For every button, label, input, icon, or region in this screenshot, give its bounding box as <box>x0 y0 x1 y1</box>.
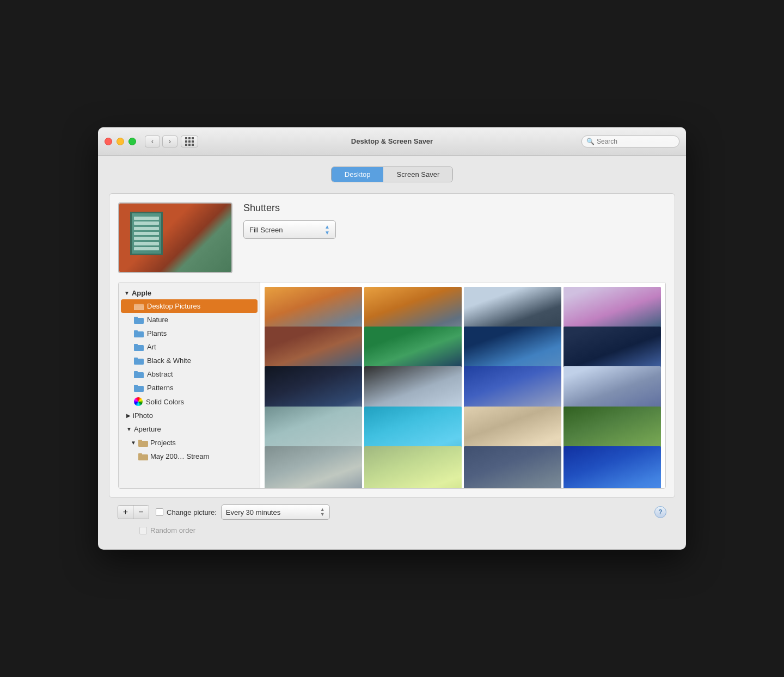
sidebar-projects-label: Projects <box>150 439 176 447</box>
sidebar-apple-label: Apple <box>132 289 151 297</box>
shutter-graphic <box>130 212 163 255</box>
fill-mode-dropdown[interactable]: Fill Screen ▲▼ <box>243 220 336 239</box>
sidebar-item-may-stream[interactable]: May 200… Stream <box>119 450 260 463</box>
minimize-button[interactable] <box>117 138 124 145</box>
svg-rect-18 <box>138 453 142 456</box>
sidebar-item-black-white[interactable]: Black & White <box>119 354 260 367</box>
remove-button[interactable]: − <box>133 506 149 519</box>
tab-bar: Desktop Screen Saver <box>109 167 675 182</box>
search-input[interactable] <box>597 138 675 145</box>
sidebar-section-aperture[interactable]: ▼ Aperture <box>119 422 260 436</box>
folder-art-icon <box>134 343 144 351</box>
preview-info: Shutters Fill Screen ▲▼ <box>243 202 336 239</box>
sidebar: ▼ Apple Desktop Pictures Nature Plants <box>119 282 260 488</box>
sidebar-item-patterns[interactable]: Patterns <box>119 381 260 395</box>
sidebar-section-iphoto[interactable]: ▶ iPhoto <box>119 409 260 422</box>
random-order-checkbox[interactable] <box>139 527 147 534</box>
folder-stream-icon <box>138 453 148 460</box>
photo-thumb[interactable] <box>464 446 561 488</box>
grid-view-button[interactable] <box>181 136 198 147</box>
photos-grid <box>260 282 665 488</box>
forward-button[interactable]: › <box>162 136 177 147</box>
color-ball-icon <box>134 397 143 406</box>
content-area: Desktop Screen Saver <box>98 156 686 550</box>
bottom-bar: + − Change picture: Every 30 minutes ▲▼ … <box>109 498 675 526</box>
folder-icon <box>134 303 144 310</box>
random-order-label: Random order <box>150 526 195 534</box>
nav-buttons: ‹ › <box>145 136 177 147</box>
maximize-button[interactable] <box>128 138 136 145</box>
sidebar-may-stream-label: May 200… Stream <box>150 452 209 460</box>
svg-rect-2 <box>134 305 144 310</box>
projects-arrow-icon: ▼ <box>131 440 136 446</box>
sidebar-art-label: Art <box>147 343 156 351</box>
iphoto-arrow-icon: ▶ <box>126 413 131 418</box>
help-button[interactable]: ? <box>654 506 666 518</box>
fill-mode-label: Fill Screen <box>249 226 283 234</box>
sidebar-item-desktop-pictures[interactable]: Desktop Pictures <box>121 299 258 313</box>
change-picture-row: Change picture: Every 30 minutes ▲▼ <box>156 504 648 520</box>
interval-arrows-icon: ▲▼ <box>320 507 325 517</box>
tab-group: Desktop Screen Saver <box>331 167 453 182</box>
sidebar-item-projects[interactable]: ▼ Projects <box>119 436 260 450</box>
change-picture-checkbox-wrap: Change picture: <box>156 508 217 516</box>
sidebar-item-solid-colors[interactable]: Solid Colors <box>119 395 260 409</box>
sidebar-item-plants[interactable]: Plants <box>119 327 260 340</box>
photo-thumb[interactable] <box>265 446 362 488</box>
sidebar-black-white-label: Black & White <box>147 356 191 365</box>
split-panel: ▼ Apple Desktop Pictures Nature Plants <box>118 282 666 489</box>
sidebar-abstract-label: Abstract <box>147 370 173 378</box>
sidebar-item-nature[interactable]: Nature <box>119 313 260 327</box>
grid-dots-icon <box>185 137 194 146</box>
main-panel: Shutters Fill Screen ▲▼ ▼ Apple <box>109 193 675 498</box>
window-title: Desktop & Screen Saver <box>351 137 433 145</box>
sidebar-item-art[interactable]: Art <box>119 340 260 354</box>
sidebar-solid-colors-label: Solid Colors <box>146 398 184 406</box>
sidebar-desktop-pictures-label: Desktop Pictures <box>147 302 200 310</box>
svg-rect-4 <box>134 317 138 319</box>
folder-bw-icon <box>134 357 144 365</box>
svg-rect-6 <box>134 330 138 333</box>
wallpaper-name: Shutters <box>243 202 336 214</box>
change-picture-label: Change picture: <box>167 508 217 516</box>
search-icon: 🔍 <box>586 138 595 145</box>
svg-rect-16 <box>138 440 142 442</box>
search-box[interactable]: 🔍 <box>581 136 679 147</box>
titlebar: ‹ › Desktop & Screen Saver 🔍 <box>98 127 686 156</box>
sidebar-nature-label: Nature <box>147 316 168 324</box>
photo-thumb[interactable] <box>364 446 462 488</box>
preview-section: Shutters Fill Screen ▲▼ <box>118 202 666 273</box>
apple-arrow-icon: ▼ <box>124 290 130 296</box>
add-button[interactable]: + <box>118 506 133 519</box>
close-button[interactable] <box>105 138 112 145</box>
sidebar-iphoto-label: iPhoto <box>133 411 153 420</box>
svg-rect-12 <box>134 371 138 373</box>
sidebar-plants-label: Plants <box>147 329 167 337</box>
sidebar-section-apple[interactable]: ▼ Apple <box>119 287 260 299</box>
random-order-row: Random order <box>109 526 675 539</box>
interval-dropdown[interactable]: Every 30 minutes ▲▼ <box>221 504 330 520</box>
back-button[interactable]: ‹ <box>145 136 160 147</box>
sidebar-item-abstract[interactable]: Abstract <box>119 367 260 381</box>
sidebar-patterns-label: Patterns <box>147 384 173 392</box>
tab-desktop[interactable]: Desktop <box>332 167 384 182</box>
svg-rect-8 <box>134 344 138 346</box>
main-window: ‹ › Desktop & Screen Saver 🔍 Desktop Scr… <box>98 127 686 550</box>
add-remove-buttons: + − <box>118 505 149 519</box>
svg-rect-10 <box>134 358 138 360</box>
folder-patterns-icon <box>134 384 144 392</box>
folder-abstract-icon <box>134 371 144 378</box>
wallpaper-preview <box>118 202 232 273</box>
interval-label: Every 30 minutes <box>226 508 280 516</box>
svg-rect-14 <box>134 385 138 387</box>
change-picture-checkbox[interactable] <box>156 508 163 516</box>
aperture-arrow-icon: ▼ <box>126 426 132 432</box>
preview-canvas <box>119 204 231 272</box>
dropdown-arrows-icon: ▲▼ <box>324 224 330 236</box>
folder-projects-icon <box>138 439 148 447</box>
photo-thumb[interactable] <box>564 446 661 488</box>
folder-nature-icon <box>134 316 144 324</box>
tab-screen-saver[interactable]: Screen Saver <box>383 167 452 182</box>
sidebar-aperture-label: Aperture <box>134 425 161 433</box>
folder-plants-icon <box>134 330 144 337</box>
